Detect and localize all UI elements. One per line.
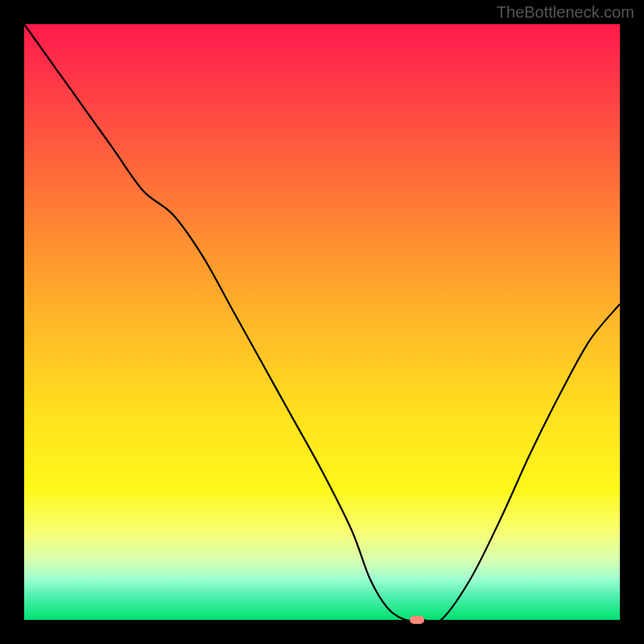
bottleneck-curve — [24, 24, 620, 620]
optimal-point-marker — [410, 616, 424, 624]
chart-plot-area — [24, 24, 620, 620]
watermark-text: TheBottleneck.com — [497, 3, 634, 22]
